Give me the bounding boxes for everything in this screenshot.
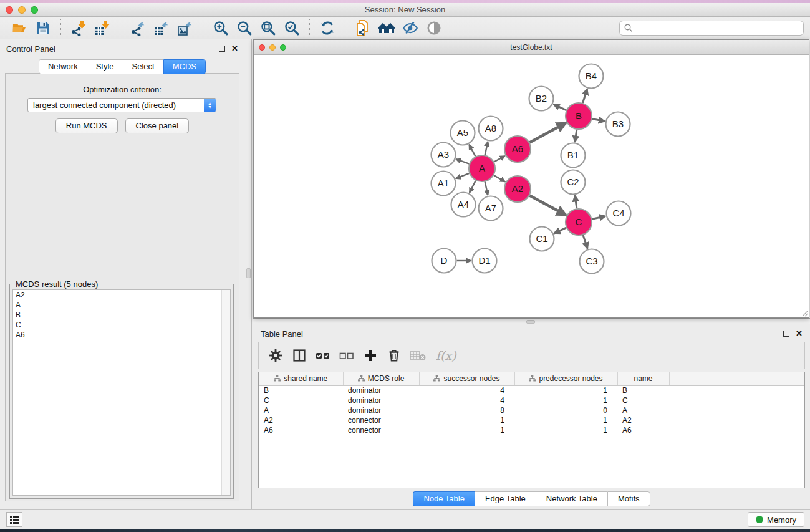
result-list-item[interactable]: C [13,320,230,330]
table-cell[interactable]: 1 [514,415,617,425]
table-cell[interactable]: 1 [514,385,617,395]
table-cell[interactable]: C [617,395,669,405]
table-cell[interactable] [669,415,804,425]
edge-B-B2[interactable] [553,104,566,110]
column-header-name[interactable]: name [617,372,669,385]
export-network-icon[interactable] [126,18,150,38]
select-all-rows-icon[interactable] [312,345,334,366]
delete-column-icon[interactable] [383,345,405,366]
result-list-item[interactable]: A [13,300,230,310]
tab-network-table[interactable]: Network Table [536,491,607,506]
memory-button[interactable]: Memory [748,512,804,527]
divider-grip[interactable] [526,320,535,324]
tab-mcds[interactable]: MCDS [163,59,206,74]
table-cell[interactable] [669,385,804,395]
deselect-all-rows-icon[interactable] [336,345,357,366]
table-cell[interactable]: 4 [419,385,514,395]
mcds-result-list[interactable]: A2ABCA6 [12,289,231,496]
window-resize-grip[interactable] [801,309,808,317]
save-session-icon[interactable] [31,18,55,38]
close-panel-icon[interactable]: ✕ [231,46,238,52]
export-image-icon[interactable] [173,18,197,38]
vertical-split-divider[interactable] [244,39,253,509]
result-list-item[interactable]: A2 [13,290,230,300]
zoom-in-icon[interactable] [209,18,233,38]
hide-selected-icon[interactable] [398,18,422,38]
result-list-item[interactable]: A6 [13,330,230,340]
new-network-from-selection-icon[interactable] [351,18,375,38]
close-panel-button[interactable]: Close panel [125,118,190,133]
close-table-panel-icon[interactable]: ✕ [796,331,803,337]
zoom-out-icon[interactable] [233,18,256,38]
table-cell[interactable]: 1 [419,425,514,435]
table-cell[interactable]: 0 [514,405,617,415]
table-row[interactable]: A2connector11A2 [259,415,804,425]
edge-B-B3[interactable] [592,118,605,121]
column-header-successor-nodes[interactable]: successor nodes [419,372,514,385]
table-row[interactable]: Adominator80A [259,405,804,415]
edge-C-C2[interactable] [575,195,577,208]
table-cell[interactable]: A6 [617,425,669,435]
edge-A-A3[interactable] [456,159,469,163]
search-field[interactable] [619,21,804,36]
table-cell[interactable]: 1 [419,415,514,425]
criterion-dropdown[interactable]: largest connected component (directed) ▲… [27,98,216,112]
tab-motifs[interactable]: Motifs [607,491,650,506]
run-mcds-button[interactable]: Run MCDS [55,118,118,133]
network-canvas[interactable]: B4B2BB3A8A5A6A3B1AC2A1A2A4A7C4CC1DD1C3 [254,55,809,317]
table-cell[interactable]: B [617,385,669,395]
search-input[interactable] [634,22,803,34]
table-cell[interactable]: dominator [343,405,419,415]
edge-A-A1[interactable] [456,173,469,178]
edge-C-C3[interactable] [583,235,587,249]
edge-B-B4[interactable] [583,89,587,103]
import-table-icon[interactable] [90,18,114,38]
table-cell[interactable]: A6 [259,425,343,435]
open-file-icon[interactable] [7,18,31,38]
table-cell[interactable] [669,395,804,405]
table-cell[interactable]: 1 [514,425,617,435]
table-cell[interactable]: connector [343,415,419,425]
edge-A-A7[interactable] [485,181,488,195]
tab-style[interactable]: Style [87,59,123,74]
float-panel-icon[interactable] [219,46,225,52]
import-network-icon[interactable] [67,18,90,38]
edge-A-A4[interactable] [470,181,476,193]
show-all-icon[interactable] [422,18,446,38]
tab-network[interactable]: Network [39,59,87,74]
result-list-item[interactable]: B [13,310,230,320]
table-cell[interactable] [669,425,804,435]
table-cell[interactable]: B [259,385,343,395]
network-graph[interactable]: B4B2BB3A8A5A6A3B1AC2A1A2A4A7C4CC1DD1C3 [254,55,809,317]
edge-C-C4[interactable] [592,216,605,220]
table-cell[interactable]: dominator [343,395,419,405]
apply-layout-icon[interactable] [316,18,339,38]
column-header-predecessor-nodes[interactable]: predecessor nodes [514,372,617,385]
tab-edge-table[interactable]: Edge Table [475,491,536,506]
table-cell[interactable] [669,405,804,415]
edge-B-B1[interactable] [575,130,577,142]
tab-node-table[interactable]: Node Table [413,491,475,506]
table-cell[interactable]: 1 [514,395,617,405]
export-table-icon[interactable] [150,18,173,38]
gear-icon[interactable] [265,345,286,366]
node-table[interactable]: shared nameMCDS rolesuccessor nodesprede… [258,372,805,488]
table-row[interactable]: Cdominator41C [259,395,804,405]
add-column-icon[interactable] [360,345,381,366]
edge-C-C1[interactable] [554,228,566,233]
edge-A-A6[interactable] [494,156,504,162]
column-header-MCDS-role[interactable]: MCDS role [343,372,419,385]
edge-A-A2[interactable] [494,175,505,181]
table-cell[interactable]: dominator [343,385,419,395]
zoom-selected-icon[interactable] [280,18,304,38]
column-header-shared-name[interactable]: shared name [259,372,343,385]
edge-A-A5[interactable] [469,145,475,157]
table-row[interactable]: A6connector11A6 [259,425,804,435]
table-cell[interactable]: A2 [617,415,669,425]
table-cell[interactable]: connector [343,425,419,435]
first-neighbors-icon[interactable] [375,18,398,38]
network-window-titlebar[interactable]: testGlobe.txt [254,40,809,55]
column-layout-icon[interactable] [289,345,310,366]
edge-A-A8[interactable] [485,142,488,155]
table-cell[interactable]: A [259,405,343,415]
